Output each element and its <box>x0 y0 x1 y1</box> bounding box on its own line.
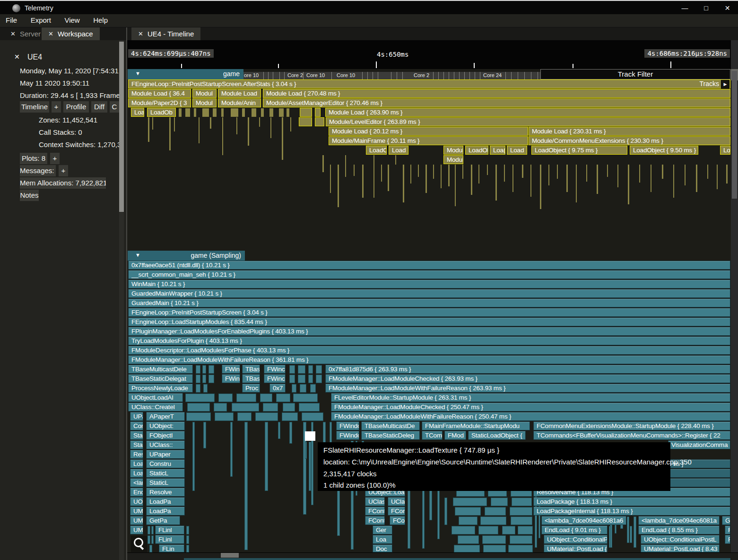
game-zone[interactable]: LoadC <box>366 146 387 155</box>
sampling-zone[interactable]: GetPa <box>146 516 180 525</box>
chevron-down-icon[interactable]: ▼ <box>135 252 140 258</box>
game-zone[interactable]: Modul <box>443 155 463 164</box>
sampling-zone[interactable]: FPluginManager::LoadModulesForEnabledPlu… <box>128 327 730 336</box>
sampling-zone[interactable]: Ge <box>722 516 730 525</box>
game-zone[interactable]: Module Load { 20.12 ms } <box>329 127 528 136</box>
sampling-zone[interactable]: FWinc <box>264 374 286 383</box>
sampling-zone[interactable]: LoadPackage { 118.13 ms } <box>533 497 730 506</box>
sampling-zone[interactable]: FLevelEditorModule::StartupModule { 263.… <box>331 393 730 402</box>
game-zone[interactable] <box>300 108 312 117</box>
sampling-zone[interactable]: Constru <box>146 459 185 468</box>
game-zone[interactable]: Modul <box>192 89 217 98</box>
sampling-zone[interactable]: TryLoadModulesForPlugin { 403.13 ms } <box>128 336 730 345</box>
profile-button[interactable]: Profile <box>63 101 89 113</box>
menu-export[interactable]: Export <box>25 14 57 26</box>
sampling-zone[interactable]: UOI <box>130 497 143 506</box>
sampling-zone[interactable]: StaticLoadObject { <box>468 431 526 440</box>
game-zone[interactable]: Module/Anin <box>218 98 261 107</box>
sampling-zone[interactable]: UCla <box>388 497 405 506</box>
sampling-zone[interactable]: UClas <box>365 497 385 506</box>
sampling-zone[interactable]: UM <box>130 525 143 534</box>
sampling-zone[interactable]: EndLoad { 8.55 ms } <box>638 525 720 534</box>
sampling-zone[interactable]: APaperT <box>146 412 185 421</box>
track-header-sampling[interactable]: ▼ game (Sampling) <box>128 251 245 261</box>
game-zone[interactable]: Module/Paper2D { 3 <box>128 98 191 107</box>
game-zone[interactable]: Module Load <box>218 89 261 98</box>
sampling-zone[interactable]: FWindo <box>336 421 359 430</box>
sampling-zone[interactable]: TBas <box>242 374 260 383</box>
sampling-zone[interactable]: LoadPa <box>146 507 185 516</box>
timeline-add-button[interactable]: + <box>52 101 61 113</box>
tab-ue4-timeline[interactable]: ✕ UE4 - Timeline <box>131 27 200 40</box>
sampling-zone[interactable]: Doc <box>373 544 392 552</box>
sampling-zone[interactable]: <lambda_7dce094ec6081a <box>638 516 720 525</box>
sampling-zone[interactable]: UClass::Createl <box>128 402 183 411</box>
sampling-zone[interactable]: FModuleDescriptor::LoadModulesForPhase {… <box>128 346 730 355</box>
game-zone[interactable]: Module Load { 270.48 ms } <box>263 89 730 98</box>
plots-add-button[interactable]: + <box>50 153 60 164</box>
sampling-zone[interactable]: Loa <box>373 535 392 544</box>
game-zone[interactable]: Module/MainFrame { 20.11 ms } <box>329 136 528 145</box>
sampling-zone[interactable]: TBaseStaticDelegat <box>128 374 193 383</box>
sampling-zone[interactable]: FModuleManager::LoadModuleChecked { 263.… <box>325 374 730 383</box>
game-zone[interactable]: LoadOb <box>147 108 176 117</box>
sampling-zone[interactable]: Res <box>130 450 143 459</box>
sampling-zone[interactable]: TCommands<FBufferVisualizationMenuComman… <box>533 431 730 440</box>
game-zone[interactable]: LoadOl <box>465 146 488 155</box>
sampling-zone[interactable]: Cor <box>130 421 143 430</box>
sampling-zone[interactable]: FCo <box>390 516 405 525</box>
sampling-zone[interactable]: Sta <box>130 431 143 440</box>
sampling-zone[interactable]: FModuleManager::LoadModuleChecked { 250.… <box>331 402 730 411</box>
sampling-zone[interactable]: FModuleManager::LoadModuleWithFailureRea… <box>331 412 730 421</box>
menu-view[interactable]: View <box>59 14 85 26</box>
mem-allocations-button[interactable]: Mem Allocations: 7,922,821 <box>20 177 106 189</box>
sampling-zone[interactable]: FEngineLoop::PreInitPostStartupScreen { … <box>128 308 730 317</box>
sampling-zone[interactable]: StaticL <box>146 478 185 487</box>
game-zone[interactable]: Load <box>389 146 408 155</box>
sampling-zone[interactable]: Ger <box>373 525 392 534</box>
sampling-zone[interactable]: TBas <box>242 365 260 374</box>
tab-workspace[interactable]: ✕ Workspace <box>42 27 100 40</box>
notes-button[interactable]: Notes <box>20 190 39 201</box>
sampling-zone[interactable]: __scrt_common_main_seh { 10.21 s } <box>128 270 730 279</box>
sampling-zone[interactable]: 0x7ffa81d875d6 { 263.93 ms } <box>325 365 730 374</box>
sampling-zone[interactable]: Loa <box>130 469 143 478</box>
selected-zone-highlight[interactable] <box>305 431 315 441</box>
game-zone[interactable]: Modul <box>443 146 463 155</box>
game-zone[interactable]: Module Load { 263.90 ms } <box>325 108 730 117</box>
sampling-zone[interactable]: <lar <box>130 478 143 487</box>
sampling-zone[interactable]: UM <box>130 516 143 525</box>
game-zone[interactable] <box>315 117 324 126</box>
sampling-zone[interactable]: FModuleManager::LoadModuleWithFailureRea… <box>128 355 730 364</box>
sampling-zone[interactable]: Sta <box>130 440 143 449</box>
sampling-zone[interactable]: FWinc <box>264 365 286 374</box>
sampling-zone[interactable]: FCont <box>365 507 385 516</box>
sampling-zone[interactable]: FCor <box>388 507 405 516</box>
game-zone[interactable]: Loa( <box>490 146 505 155</box>
session-close-icon[interactable]: ✕ <box>14 53 20 61</box>
game-zone[interactable]: Lo <box>720 146 730 155</box>
game-zone[interactable] <box>315 108 321 117</box>
minimize-button[interactable]: — <box>674 2 695 15</box>
sampling-zone[interactable]: 0x7ffaee0ace51 (ntdll.dll) { 10.21 s } <box>128 261 730 270</box>
sampling-zone[interactable]: TBaseMulticastDele <box>128 365 193 374</box>
sampling-zone[interactable]: FMainFrameModule::StartupModu <box>422 421 530 430</box>
game-zone[interactable]: LoadObject { 9.50 ms } <box>630 146 698 155</box>
sampling-zone[interactable]: UMaterial::PostLoad { 8.78 <box>544 544 608 552</box>
horizontal-scrollbar-thumb[interactable] <box>221 553 239 558</box>
sampling-zone[interactable]: F <box>725 525 730 534</box>
sampling-zone[interactable]: StaticL <box>146 469 185 478</box>
sampling-zone[interactable]: Enc <box>130 488 143 497</box>
plots-button[interactable]: Plots: 8 <box>20 153 47 164</box>
sampling-zone[interactable]: UObject: <box>146 421 185 430</box>
sampling-zone[interactable]: UObject::ConditionalPostL <box>641 535 720 544</box>
tab-server[interactable]: ✕ Server <box>4 27 47 40</box>
sampling-zone[interactable]: FMod <box>444 431 466 440</box>
sampling-zone[interactable]: UM <box>130 507 143 516</box>
sampling-zone[interactable]: <lambda_7dce094ec6081a6 <box>541 516 626 525</box>
game-zone[interactable]: LoadObject { 9.75 ms } <box>531 146 627 155</box>
compare-button[interactable]: C <box>110 101 119 113</box>
game-zone[interactable] <box>299 117 312 126</box>
menu-help[interactable]: Help <box>87 14 113 26</box>
sampling-zone[interactable]: FWindo <box>336 431 359 440</box>
